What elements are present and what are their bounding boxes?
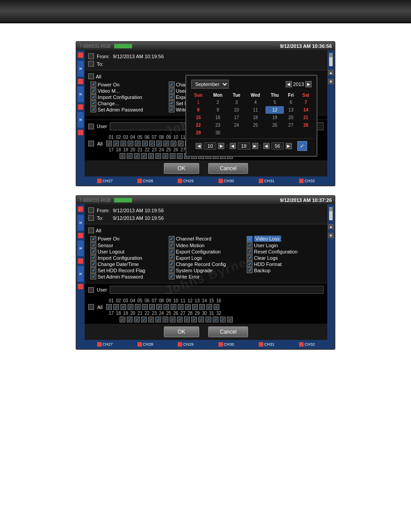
ch-cb-2[interactable]	[113, 141, 119, 146]
cal-day[interactable]: 23	[208, 121, 228, 129]
cal-day[interactable]: 8	[189, 106, 208, 114]
p2-ch-cb-7[interactable]	[149, 304, 155, 310]
cb2-sys-upgrade[interactable]	[169, 267, 175, 273]
ch-cb-18[interactable]	[127, 153, 133, 159]
cal-day[interactable]: 7	[298, 99, 314, 106]
cb2-backup[interactable]	[247, 267, 253, 273]
ch-cb-6[interactable]	[142, 141, 148, 146]
p2-ch-cb-2[interactable]	[113, 304, 119, 310]
cal-month-select[interactable]: September	[191, 80, 229, 89]
cal-day[interactable]: 29	[189, 129, 208, 137]
ch-cb-4[interactable]	[128, 141, 133, 146]
ch-cb-1[interactable]	[106, 141, 112, 146]
cb2-clear-logs[interactable]	[247, 255, 253, 261]
all-ch-checkbox-p2[interactable]	[88, 304, 94, 310]
p2-ch-cb-8[interactable]	[156, 304, 162, 310]
cal-day[interactable]: 11	[245, 106, 266, 114]
p2-ch-cb-20[interactable]	[141, 317, 147, 322]
cb2-export-logs[interactable]	[169, 255, 175, 261]
ch-cb-3[interactable]	[120, 141, 126, 146]
cal-day[interactable]: 15	[189, 114, 208, 121]
p2-ch-cb-10[interactable]	[171, 304, 176, 310]
p2-ch-cb-15[interactable]	[206, 304, 212, 310]
cal-day[interactable]: 24	[228, 121, 245, 129]
cal-day[interactable]: 9	[208, 106, 228, 114]
cal-day[interactable]: 20	[284, 114, 298, 121]
cancel-button-p2[interactable]: Cancel	[208, 326, 248, 337]
all-checkbox-p2[interactable]	[88, 227, 94, 233]
ch-cb-10[interactable]	[171, 141, 176, 146]
cal-day[interactable]: 1	[189, 99, 208, 106]
cancel-button-p1[interactable]: Cancel	[208, 163, 248, 174]
cal-day[interactable]: 13	[284, 106, 298, 114]
all-ch-checkbox-p1[interactable]	[88, 141, 94, 146]
ch-cb-7[interactable]	[149, 141, 155, 146]
cal-confirm-btn[interactable]: ✓	[297, 141, 307, 151]
ok-button-p1[interactable]: OK	[164, 163, 199, 174]
p2-ch-cb-26[interactable]	[184, 317, 190, 322]
ch-cb-24[interactable]	[170, 153, 176, 159]
cb2-power-on[interactable]	[90, 236, 96, 242]
cal-day[interactable]: 27	[284, 121, 298, 129]
scroll-down[interactable]: ▼	[328, 79, 334, 84]
p2-scroll-up[interactable]: ▲	[328, 224, 334, 229]
ch-cb-8[interactable]	[156, 141, 162, 146]
p2-ch-cb-6[interactable]	[142, 304, 148, 310]
cal-day[interactable]: 21	[298, 114, 314, 121]
cal-day[interactable]: 19	[265, 114, 284, 121]
cal-day[interactable]: 2	[208, 99, 228, 106]
p2-ch-cb-13[interactable]	[192, 304, 198, 310]
cb2-hdd-flag[interactable]	[90, 267, 96, 273]
p2-ch-cb-5[interactable]	[135, 304, 141, 310]
cal-day[interactable]: 6	[284, 99, 298, 106]
cb2-export-config[interactable]	[169, 249, 175, 254]
p2-ch-cb-23[interactable]	[163, 317, 168, 322]
cb2-change-dt[interactable]	[90, 261, 96, 267]
cal-day[interactable]: 22	[189, 121, 208, 129]
scroll-thumb[interactable]	[329, 53, 333, 57]
cb2-sensor[interactable]	[90, 242, 96, 248]
ch-cb-5[interactable]	[135, 141, 141, 146]
min-next[interactable]: ▶	[252, 143, 258, 149]
cb2-change-rec[interactable]	[169, 261, 175, 267]
min-prev[interactable]: ◀	[230, 143, 236, 149]
p2-ch-cb-32[interactable]	[227, 317, 233, 322]
cal-day[interactable]: 30	[208, 129, 228, 137]
ch-cb-20[interactable]	[141, 153, 147, 159]
cb2-user-login[interactable]	[247, 242, 253, 248]
cb2-video-motion[interactable]	[169, 242, 175, 248]
cal-day-selected[interactable]: 12	[265, 106, 284, 114]
cb2-hdd-format[interactable]	[247, 261, 253, 267]
from-checkbox-p2[interactable]	[88, 207, 94, 213]
p2-ch-cb-14[interactable]	[199, 304, 205, 310]
p2-ch-cb-25[interactable]	[177, 317, 183, 322]
p2-scroll-down[interactable]: ▼	[328, 233, 334, 238]
scroll-up[interactable]: ▲	[328, 70, 334, 75]
cb-change-rec[interactable]	[90, 100, 96, 106]
hour-prev[interactable]: ◀	[196, 143, 202, 149]
p2-ch-cb-22[interactable]	[155, 317, 161, 322]
ch-cb-23[interactable]	[163, 153, 168, 159]
cal-day[interactable]: 10	[228, 106, 245, 114]
cb-ch-record[interactable]	[169, 82, 175, 87]
ok-button-p2[interactable]: OK	[164, 326, 199, 337]
cal-day[interactable]: 18	[245, 114, 266, 121]
p2-ch-cb-30[interactable]	[213, 317, 218, 322]
user-checkbox-p1[interactable]	[88, 124, 94, 129]
from-checkbox[interactable]	[88, 53, 94, 59]
cb-video-motion[interactable]	[90, 88, 96, 94]
p2-ch-cb-19[interactable]	[134, 317, 140, 322]
cb2-write-err[interactable]	[169, 274, 175, 279]
p2-ch-cb-21[interactable]	[148, 317, 154, 322]
sec-prev[interactable]: ◀	[263, 143, 270, 149]
user-input-p2[interactable]	[110, 286, 324, 294]
cal-day[interactable]: 4	[245, 99, 266, 106]
ch-cb-17[interactable]	[120, 153, 125, 159]
p2-ch-cb-27[interactable]	[191, 317, 197, 322]
cal-day[interactable]: 14	[298, 106, 314, 114]
cal-day[interactable]: 28	[298, 121, 314, 129]
to-checkbox-p2[interactable]	[88, 215, 94, 221]
p2-ch-cb-31[interactable]	[220, 317, 226, 322]
p2-scroll-thumb[interactable]	[329, 207, 333, 211]
ch-cb-25[interactable]	[177, 153, 183, 159]
